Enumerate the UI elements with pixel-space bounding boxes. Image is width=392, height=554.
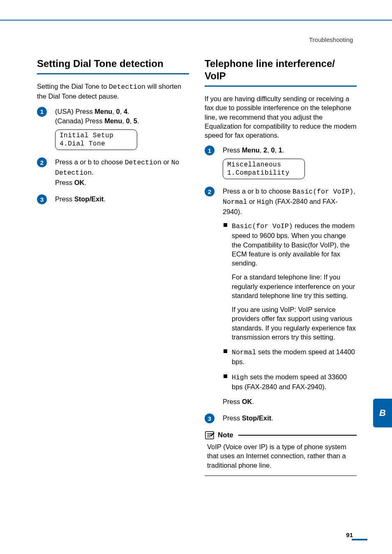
text: Press a or b to choose [223,187,293,195]
section-rule [205,85,357,87]
text: , [260,146,263,154]
menu-key: Menu [104,117,122,125]
note-label: Note [218,431,233,439]
left-section-title: Setting Dial Tone detection [37,58,189,70]
text: (USA) Press [55,108,95,115]
step-body: Press Stop/Exit. [55,194,189,204]
mono-text: Detection [109,83,145,91]
right-column: Telephone line interference/ VoIP If you… [205,58,357,476]
press-ok: Press OK. [223,397,357,407]
section-tab: B [373,399,392,427]
digit-key: 0 [271,146,274,154]
text: For a standard telephone line: If you re… [232,272,357,300]
bullet-item: High sets the modem speed at 33600 bps (… [223,372,357,392]
step-number-badge: 3 [205,413,214,423]
left-intro: Setting the Dial Tone to Detection will … [37,82,189,101]
text: If you are using VoIP: VoIP service prov… [232,305,357,342]
left-column: Setting Dial Tone detection Setting the … [37,58,189,211]
mono-text: Basic(for VoIP) [293,188,354,196]
step-number-badge: 1 [205,145,214,155]
right-step-1: 1 Press Menu, 2, 0, 1. Miscellaneous 1.C… [205,145,357,180]
text: . [252,398,254,405]
mono-text: High [232,374,248,381]
text: or [161,158,171,166]
text: Press [223,146,242,154]
text: Press [55,179,74,186]
text: (Canada) Press [55,117,104,125]
bullet-item: Basic(for VoIP) reduces the modem speed … [223,221,357,342]
lcd-line: 1.Compatibility [227,169,290,177]
breadcrumb: Troubleshooting [309,36,353,43]
lcd-display: Initial Setup 4.Dial Tone [55,129,137,150]
step-number-badge: 2 [205,187,214,196]
text: . [104,195,106,203]
text: or [247,198,257,205]
note-end-rule [205,476,357,476]
mono-text: Basic(for VoIP) [232,222,293,230]
text: . [282,146,284,154]
step-body: Press Stop/Exit. [223,413,357,423]
lcd-line: Initial Setup [60,132,113,139]
text: Press [55,195,74,203]
text: . [127,108,129,115]
section-rule [37,73,189,74]
menu-key: Menu [242,146,260,154]
page-number-rule [352,539,367,540]
text: Press [223,414,242,422]
step-number-badge: 3 [37,194,47,204]
ok-key: OK [74,179,85,186]
stop-exit-key: Stop/Exit [74,195,104,203]
text: , [112,108,116,115]
digit-key: 4 [124,108,127,115]
step-body: (USA) Press Menu, 0, 4. (Canada) Press M… [55,107,189,151]
note-header: Note [205,431,357,440]
right-step-3: 3 Press Stop/Exit. [205,413,357,423]
left-step-3: 3 Press Stop/Exit. [37,194,189,204]
text: . [85,179,87,186]
step-body: Press Menu, 2, 0, 1. Miscellaneous 1.Com… [223,145,357,180]
digit-key: 1 [279,146,282,154]
mono-text: Normal [223,198,247,206]
text: , [120,108,124,115]
right-section-title: Telephone line interference/ VoIP [205,58,357,82]
text: , [353,187,355,195]
text: sets the modem speed at 33600 bps (FAX-2… [232,373,347,390]
digit-key: 2 [263,146,267,154]
right-step-2: 2 Press a or b to choose Basic(for VoIP)… [205,187,357,407]
step-body: Press a or b to choose Basic(for VoIP), … [223,187,357,407]
text: , [275,146,279,154]
digit-key: 0 [116,108,120,115]
top-rule [0,20,392,21]
step-number-badge: 2 [37,157,47,167]
right-intro: If you are having difficulty sending or … [205,94,357,140]
text: , [130,117,134,125]
left-step-2: 2 Press a or b to choose Detection or No… [37,157,189,188]
stop-exit-key: Stop/Exit [242,414,272,422]
ok-key: OK [242,398,252,405]
note-icon [205,431,215,440]
text: . [271,414,273,422]
mono-text: High [257,198,273,206]
text: Press a or b to choose [55,158,125,166]
text: , [267,146,271,154]
lcd-line: Miscellaneous [227,161,281,169]
text: Press [223,398,242,405]
mono-text: Detection [125,159,161,166]
step-body: Press a or b to choose Detection or No D… [55,157,189,188]
digit-key: 5 [134,117,137,125]
bullet-item: Normal sets the modem speed at 14400 bps… [223,347,357,367]
lcd-display: Miscellaneous 1.Compatibility [223,159,305,179]
digit-key: 0 [126,117,129,125]
note-body: VoIP (Voice over IP) is a type of phone … [205,442,357,470]
menu-key: Menu [95,108,112,115]
note-rule [238,435,357,436]
left-step-1: 1 (USA) Press Menu, 0, 4. (Canada) Press… [37,107,189,151]
text: Setting the Dial Tone to [37,83,109,90]
step-number-badge: 1 [37,107,47,117]
lcd-line: 4.Dial Tone [60,140,105,148]
text: . [92,169,94,176]
text: . [137,117,139,125]
page-number: 91 [346,531,353,538]
mono-text: Normal [232,349,256,356]
